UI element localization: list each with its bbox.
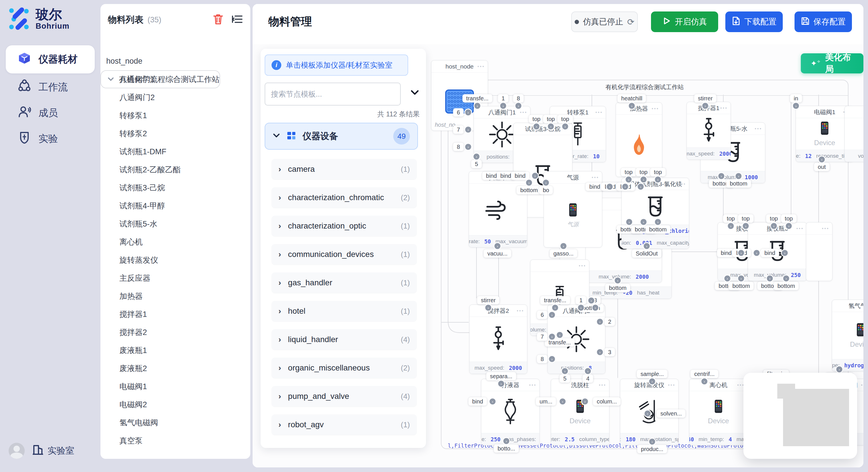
node-menu-icon[interactable]: ••• <box>679 181 686 187</box>
port-dot-icon[interactable]: › <box>562 368 568 374</box>
subcategory-communication_devices[interactable]: ›communication_devices(1) <box>272 244 417 265</box>
simulation-status-pill[interactable]: 仿真已停止 ⟳ <box>571 11 638 32</box>
sidebar-item-instruments[interactable]: 仪器耗材 <box>6 45 95 73</box>
port-dot-icon[interactable]: › <box>549 334 555 340</box>
port-dot-icon[interactable]: › <box>736 173 742 179</box>
port-dot-icon[interactable]: › <box>562 124 568 130</box>
port-dot-icon[interactable]: › <box>526 180 532 186</box>
port-dot-icon[interactable]: › <box>534 124 539 130</box>
port-dot-icon[interactable]: › <box>615 278 621 283</box>
port-dot-icon[interactable]: › <box>655 177 661 183</box>
port-dot-icon[interactable]: › <box>728 223 734 229</box>
tree-item[interactable]: 加热器 <box>100 287 250 305</box>
port-dot-icon[interactable]: › <box>490 399 496 405</box>
port-dot-icon[interactable]: › <box>549 312 555 318</box>
port-dot-icon[interactable]: › <box>552 305 558 311</box>
port-dot-icon[interactable]: › <box>474 103 480 109</box>
node-搅拌器1[interactable]: 搅拌器1•••max_speed:2000 <box>687 102 731 160</box>
node-menu-icon[interactable]: ••• <box>520 110 527 115</box>
port-dot-icon[interactable]: › <box>592 305 598 311</box>
sidebar-item-members[interactable]: 成员 <box>6 101 95 125</box>
save-config-button[interactable]: 保存配置 <box>795 11 852 32</box>
port-dot-icon[interactable]: › <box>549 356 555 362</box>
tree-item[interactable]: 转移泵1 <box>100 106 250 125</box>
tree-item[interactable]: 试剂瓶1-DMF <box>100 142 250 161</box>
port-dot-icon[interactable]: › <box>819 157 825 163</box>
port-dot-icon[interactable]: › <box>588 298 594 304</box>
node-card[interactable]: •••voltage:12 <box>844 106 863 162</box>
port-dot-icon[interactable]: › <box>548 124 554 130</box>
port-dot-icon[interactable]: › <box>771 223 777 229</box>
subcategory-hotel[interactable]: ›hotel(1) <box>272 301 417 322</box>
subcategory-characterization_chromatic[interactable]: ›characterization_chromatic(2) <box>272 187 417 208</box>
node-card[interactable]: ••• <box>806 222 832 281</box>
port-dot-icon[interactable]: › <box>641 219 647 225</box>
node-menu-icon[interactable]: ••• <box>796 226 804 231</box>
port-dot-icon[interactable]: › <box>516 103 522 109</box>
node-menu-icon[interactable]: ••• <box>668 382 675 388</box>
port-dot-icon[interactable]: › <box>783 276 789 281</box>
subcategory-liquid_handler[interactable]: ›liquid_handler(4) <box>272 329 417 350</box>
subcategory-organic_miscellaneous[interactable]: ›organic_miscellaneous(2) <box>272 358 417 378</box>
tree-item[interactable]: 离心机 <box>100 233 250 251</box>
tree-item[interactable]: 试剂瓶3-己烷 <box>100 179 250 197</box>
node-menu-icon[interactable]: ••• <box>579 263 586 268</box>
port-dot-icon[interactable]: › <box>638 184 644 190</box>
port-dot-icon[interactable]: › <box>649 378 655 384</box>
port-dot-icon[interactable]: › <box>718 173 724 179</box>
node-menu-icon[interactable]: ••• <box>477 64 485 69</box>
tree-item[interactable]: 真空泵 <box>100 432 250 450</box>
node-氢气气源[interactable]: 氢气气源•••Device_type:hydrogenmax_pre <box>832 300 863 371</box>
tree-item[interactable]: 试剂瓶5-水 <box>100 215 250 233</box>
node-分液器[interactable]: 分液器•••volume:250has_phases:true <box>481 379 539 445</box>
node-搅拌器2[interactable]: 搅拌器2•••max_speed:2000 <box>469 305 527 374</box>
tree-item-host-node[interactable]: host_node <box>100 52 250 70</box>
port-dot-icon[interactable]: › <box>738 276 744 281</box>
port-dot-icon[interactable]: › <box>465 144 471 150</box>
port-dot-icon[interactable]: › <box>582 399 588 405</box>
tree-item[interactable]: 废液瓶2 <box>100 359 250 377</box>
port-dot-icon[interactable]: › <box>743 223 749 229</box>
node-menu-icon[interactable]: ••• <box>822 226 829 231</box>
node-menu-icon[interactable]: ••• <box>599 382 606 388</box>
node-menu-icon[interactable]: ••• <box>595 110 603 115</box>
port-dot-icon[interactable]: › <box>641 177 647 183</box>
port-dot-icon[interactable]: › <box>578 305 584 311</box>
download-config-button[interactable]: 下载配置 <box>725 11 783 32</box>
port-dot-icon[interactable]: › <box>645 411 651 417</box>
tree-item[interactable]: 主反应器 <box>100 269 250 287</box>
collapse-list-icon[interactable] <box>231 14 243 26</box>
port-dot-icon[interactable]: › <box>585 368 591 374</box>
tree-item[interactable]: 氢气电磁阀 <box>100 413 250 432</box>
tree-item[interactable]: 八通阀门2 <box>100 88 250 106</box>
tree-item[interactable]: 转移泵2 <box>100 125 250 142</box>
port-dot-icon[interactable]: › <box>649 439 655 445</box>
port-dot-icon[interactable]: › <box>626 177 632 183</box>
port-dot-icon[interactable]: › <box>498 381 504 387</box>
port-dot-icon[interactable]: › <box>597 319 603 325</box>
port-dot-icon[interactable]: › <box>724 276 731 281</box>
port-dot-icon[interactable]: › <box>495 243 501 249</box>
port-dot-icon[interactable]: › <box>626 219 632 225</box>
start-simulation-button[interactable]: 开启仿真 <box>651 11 718 32</box>
beautify-layout-button[interactable]: ✦✧美化布局 <box>801 53 863 73</box>
port-dot-icon[interactable]: › <box>465 127 471 133</box>
node-menu-icon[interactable]: ••• <box>861 382 863 388</box>
node-menu-icon[interactable]: ••• <box>592 175 599 180</box>
node-menu-icon[interactable]: ••• <box>529 382 536 388</box>
tree-item[interactable]: 搅拌器2 <box>100 323 250 341</box>
node-真空泵[interactable]: 真空泵•••pump_rate:50max_vacuum:0.1 <box>469 171 527 247</box>
tree-item[interactable]: 电磁阀1 <box>100 377 250 396</box>
tree-item[interactable]: 试剂瓶4-甲醇 <box>100 197 250 215</box>
refresh-icon[interactable]: ⟳ <box>627 17 634 27</box>
port-dot-icon[interactable]: › <box>607 184 613 190</box>
port-dot-icon[interactable]: › <box>767 276 773 281</box>
sidebar-item-workflow[interactable]: 工作流 <box>6 75 95 99</box>
port-dot-icon[interactable]: › <box>474 154 479 160</box>
port-dot-icon[interactable]: › <box>500 103 506 109</box>
port-dot-icon[interactable]: › <box>836 367 842 372</box>
sidebar-item-experiments[interactable]: 实验 <box>6 127 95 151</box>
node-menu-icon[interactable]: ••• <box>755 126 762 131</box>
subcategory-pump_and_valve[interactable]: ›pump_and_valve(4) <box>272 386 417 407</box>
tree-item[interactable]: 电磁阀2 <box>100 396 250 413</box>
